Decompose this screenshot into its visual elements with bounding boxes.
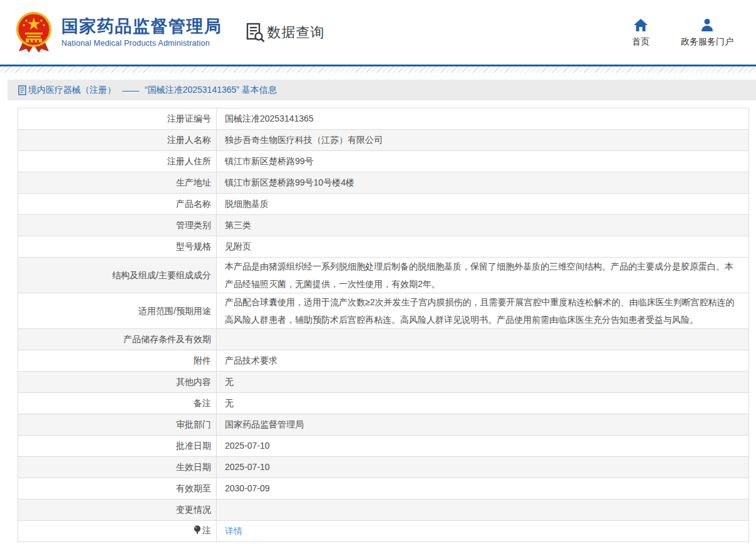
field-value: 国械注准20253141365 bbox=[217, 108, 749, 130]
table-row: 产品名称脱细胞基质 bbox=[18, 194, 749, 215]
field-value: 产品技术要求 bbox=[217, 350, 749, 372]
field-label: 审批部门 bbox=[18, 414, 217, 436]
registration-table-body: 注册证编号国械注准20253141365注册人名称独步吾奇生物医疗科技（江苏）有… bbox=[18, 108, 749, 542]
breadcrumb-section[interactable]: 境内医疗器械（注册） bbox=[28, 85, 116, 96]
document-search-icon bbox=[246, 23, 265, 43]
field-value: 镇江市新区楚桥路99号10号楼4楼 bbox=[217, 172, 749, 194]
field-value: 国家药品监督管理局 bbox=[217, 414, 749, 436]
table-row: 注册人住所镇江市新区楚桥路99号 bbox=[18, 151, 749, 172]
table-row: 产品储存条件及有效期 bbox=[18, 329, 749, 350]
field-label: 生效日期 bbox=[18, 457, 217, 478]
field-label: 适用范围/预期用途 bbox=[18, 293, 217, 329]
registration-info-table: 注册证编号国械注准20253141365注册人名称独步吾奇生物医疗科技（江苏）有… bbox=[18, 108, 749, 542]
nav-item-home[interactable]: 首页 bbox=[628, 18, 653, 48]
field-value: 独步吾奇生物医疗科技（江苏）有限公司 bbox=[217, 130, 749, 151]
field-value: 无 bbox=[217, 393, 749, 414]
table-row: 注册人名称独步吾奇生物医疗科技（江苏）有限公司 bbox=[18, 130, 749, 151]
breadcrumb-separator: —— bbox=[122, 85, 138, 95]
field-value: 第三类 bbox=[217, 215, 749, 236]
field-label: 批准日期 bbox=[18, 436, 217, 457]
field-value: 2030-07-09 bbox=[217, 478, 749, 500]
field-label: 注册人名称 bbox=[18, 130, 217, 151]
home-icon bbox=[633, 18, 648, 33]
nav-label-home: 首页 bbox=[632, 36, 650, 48]
table-row: 附件产品技术要求 bbox=[18, 350, 749, 372]
table-row: 生效日期2025-07-10 bbox=[18, 457, 749, 478]
table-row: 变更情况 bbox=[18, 500, 749, 521]
table-row: 有效期至2030-07-09 bbox=[18, 478, 749, 500]
table-row: 注详情 bbox=[18, 521, 749, 542]
table-row: 生产地址镇江市新区楚桥路99号10号楼4楼 bbox=[18, 172, 749, 194]
field-label: 变更情况 bbox=[18, 500, 217, 521]
site-header: 国家药品监督管理局 National Medical Products Admi… bbox=[0, 0, 756, 65]
field-value: 镇江市新区楚桥路99号 bbox=[217, 151, 749, 172]
nav-item-gov-portal[interactable]: 政务服务门户 bbox=[681, 18, 733, 48]
field-value: 详情 bbox=[217, 521, 749, 542]
nmpa-logo[interactable]: 国家药品监督管理局 National Medical Products Admi… bbox=[15, 10, 222, 55]
table-row: 批准日期2025-07-10 bbox=[18, 436, 749, 457]
site-title-en: National Medical Products Administration bbox=[61, 39, 222, 48]
data-query-label: 数据查询 bbox=[267, 23, 325, 42]
field-value: 脱细胞基质 bbox=[217, 194, 749, 215]
breadcrumb: 境内医疗器械（注册） —— “国械注准20253141365” 基本信息 bbox=[8, 80, 756, 100]
field-label: 产品名称 bbox=[18, 194, 217, 215]
site-title-cn: 国家药品监督管理局 bbox=[61, 17, 222, 36]
table-row: 审批部门国家药品监督管理局 bbox=[18, 414, 749, 436]
breadcrumb-current: “国械注准20253141365” 基本信息 bbox=[145, 85, 277, 96]
field-label: 型号规格 bbox=[18, 236, 217, 258]
field-value: 本产品是由猪源组织经一系列脱细胞处理后制备的脱细胞基质，保留了细胞外基质的三维空… bbox=[217, 258, 749, 293]
table-row: 其他内容无 bbox=[18, 372, 749, 393]
user-icon bbox=[700, 18, 715, 33]
field-value: 无 bbox=[217, 372, 749, 393]
field-value: 2025-07-10 bbox=[217, 457, 749, 478]
table-row: 结构及组成/主要组成成分本产品是由猪源组织经一系列脱细胞处理后制备的脱细胞基质，… bbox=[18, 258, 749, 293]
field-value bbox=[217, 500, 749, 521]
china-national-emblem-icon bbox=[15, 10, 53, 55]
field-label: 结构及组成/主要组成成分 bbox=[18, 258, 217, 293]
field-value: 2025-07-10 bbox=[217, 436, 749, 457]
site-title-block: 国家药品监督管理局 National Medical Products Admi… bbox=[61, 17, 222, 47]
field-label: 注册证编号 bbox=[18, 108, 217, 130]
detail-link[interactable]: 详情 bbox=[225, 526, 242, 536]
table-row: 注册证编号国械注准20253141365 bbox=[18, 108, 749, 130]
field-label: 有效期至 bbox=[18, 478, 217, 500]
field-label: 备注 bbox=[18, 393, 217, 414]
data-query-nav[interactable]: 数据查询 bbox=[246, 23, 325, 43]
field-label: 管理类别 bbox=[18, 215, 217, 236]
balloon-icon bbox=[194, 525, 201, 537]
field-label: 其他内容 bbox=[18, 372, 217, 393]
table-row: 备注无 bbox=[18, 393, 749, 414]
header-hatch-band bbox=[0, 66, 756, 73]
header-nav: 首页 政务服务门户 bbox=[628, 18, 733, 48]
field-value: 见附页 bbox=[217, 236, 749, 258]
table-row: 适用范围/预期用途产品配合球囊使用，适用于流产次数≥2次并发生子宫内膜损伤的，且… bbox=[18, 293, 749, 329]
table-row: 管理类别第三类 bbox=[18, 215, 749, 236]
field-label: 注册人住所 bbox=[18, 151, 217, 172]
field-value bbox=[217, 329, 749, 350]
document-icon bbox=[18, 85, 26, 95]
field-label: 生产地址 bbox=[18, 172, 217, 194]
field-label: 注 bbox=[18, 521, 217, 542]
table-row: 型号规格见附页 bbox=[18, 236, 749, 258]
field-label: 附件 bbox=[18, 350, 217, 372]
field-value: 产品配合球囊使用，适用于流产次数≥2次并发生子宫内膜损伤的，且需要开展宫腔中重度… bbox=[217, 293, 749, 329]
nav-label-gov-portal: 政务服务门户 bbox=[681, 36, 733, 48]
field-label: 产品储存条件及有效期 bbox=[18, 329, 217, 350]
